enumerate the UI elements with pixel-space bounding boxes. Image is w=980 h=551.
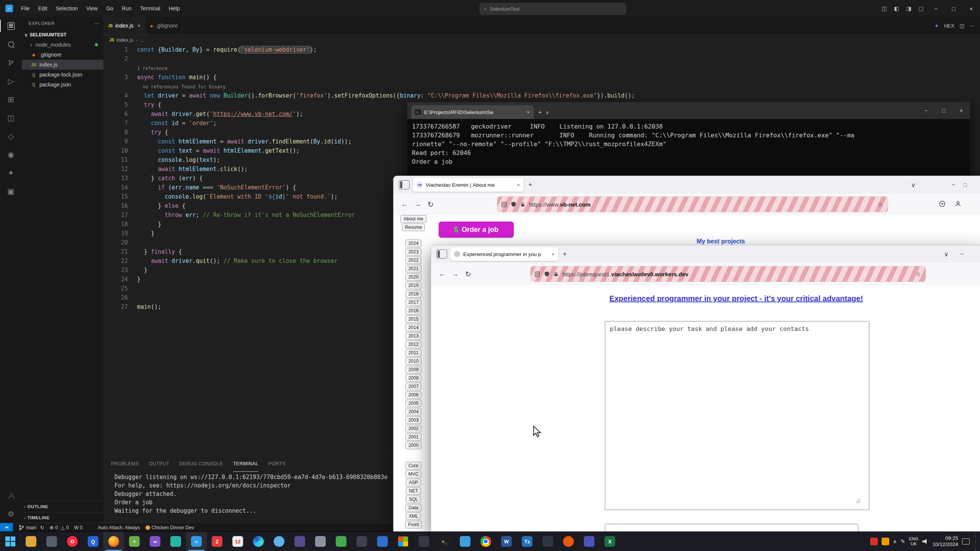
taskbar-visual-studio[interactable]: ∞	[145, 532, 165, 551]
menu-run[interactable]: Run	[118, 0, 136, 17]
terminal-new-tab-button[interactable]: +	[538, 109, 542, 116]
year-button-2018[interactable]: 2018	[405, 290, 422, 298]
vscode-minimize-button[interactable]: −	[927, 0, 945, 17]
topic-button-mvc[interactable]: MVC	[405, 470, 422, 478]
ff1-reload-button[interactable]: ↻	[424, 198, 437, 211]
tab-close-icon[interactable]: ×	[137, 23, 140, 29]
taskbar-app-icon-8[interactable]	[331, 532, 351, 551]
taskbar-office-app[interactable]	[393, 532, 413, 551]
year-button-2001[interactable]: 2001	[405, 433, 422, 441]
ff1-url-bar[interactable]: https://www.vb-net.com ☆	[497, 197, 888, 212]
shield-icon[interactable]	[511, 201, 516, 207]
ff2-tab-close-icon[interactable]: ×	[551, 251, 554, 257]
editor-tab-.gitignore[interactable]: ◆.gitignore	[145, 17, 183, 34]
topic-button-core[interactable]: Core	[405, 462, 421, 469]
tray-chevron-up-icon[interactable]: ∧	[893, 538, 897, 544]
year-button-2024[interactable]: 2024	[405, 240, 422, 247]
taskbar-windows-terminal[interactable]: >_	[434, 532, 455, 551]
nav-button-resume[interactable]: Resume	[402, 223, 425, 231]
year-button-2004[interactable]: 2004	[405, 408, 422, 416]
year-button-2023[interactable]: 2023	[405, 248, 422, 256]
activity-settings-icon[interactable]: ⚙	[0, 505, 22, 523]
year-button-2010[interactable]: 2010	[405, 357, 422, 365]
section-outline[interactable]: ›OUTLINE	[22, 501, 103, 512]
contact-input-partial[interactable]	[605, 524, 858, 532]
menu-terminal[interactable]: Terminal	[136, 0, 165, 17]
tray-icon-red[interactable]	[870, 538, 878, 545]
explorer-more-icon[interactable]: ⋯	[94, 20, 100, 26]
toggle-sidebar-icon[interactable]: ◧	[890, 5, 903, 11]
bookmark-star-icon[interactable]: ☆	[916, 271, 921, 278]
year-button-2011[interactable]: 2011	[405, 349, 421, 357]
topic-button-net[interactable]: NET	[406, 487, 421, 495]
activity-extensions-icon[interactable]: ⊞	[0, 90, 22, 109]
toggle-secondary-icon[interactable]: ◨	[903, 5, 915, 11]
section-timeline[interactable]: ›TIMELINE	[22, 512, 103, 523]
vscode-maximize-button[interactable]: □	[945, 0, 962, 17]
ff2-minimize-button[interactable]: −	[960, 251, 964, 258]
taskbar-calendar-app[interactable]: 12	[227, 532, 248, 551]
taskbar-vs-code[interactable]: ‹›	[186, 532, 207, 551]
menu-file[interactable]: File	[17, 0, 34, 17]
toggle-panel-icon[interactable]: ◫	[878, 5, 890, 11]
year-button-2016[interactable]: 2016	[405, 307, 422, 315]
editor-tab-index.js[interactable]: JSindex.js×	[103, 17, 145, 34]
panel-tab-problems[interactable]: PROBLEMS	[111, 456, 139, 471]
taskbar-app-icon-12[interactable]	[455, 532, 475, 551]
taskbar-app-icon-13[interactable]: Tz	[517, 532, 537, 551]
year-button-2020[interactable]: 2020	[405, 273, 422, 281]
copilot-icon[interactable]: ✦	[934, 23, 939, 29]
taskbar-app-icon-10[interactable]	[372, 532, 393, 551]
menu-go[interactable]: Go	[102, 0, 118, 17]
layout-icon[interactable]: ▢	[915, 5, 927, 11]
editor-more-icon[interactable]: ⋯	[970, 23, 975, 29]
my-best-projects-link[interactable]: My best projects	[639, 238, 803, 245]
year-button-2014[interactable]: 2014	[405, 324, 422, 331]
language-indicator[interactable]: ENG UK	[909, 536, 919, 546]
taskbar-app-icon-11[interactable]	[413, 532, 434, 551]
year-button-2006[interactable]: 2006	[405, 391, 422, 399]
terminal-titlebar[interactable]: >_ E:\Projects\RFID\Selenium\Se × + ∨ − …	[407, 102, 970, 119]
year-button-2015[interactable]: 2015	[405, 315, 422, 323]
activity-package-icon[interactable]: ▣	[0, 182, 22, 201]
taskbar-start-button[interactable]	[0, 532, 21, 551]
volume-icon[interactable]	[922, 539, 928, 544]
menu-edit[interactable]: Edit	[34, 0, 52, 17]
panel-tab-ports[interactable]: PORTS	[268, 456, 286, 471]
ff1-minimize-button[interactable]: −	[952, 181, 955, 188]
topic-button-sql[interactable]: SQL	[406, 496, 421, 503]
explorer-file-package-lock.json[interactable]: {}package-lock.json	[22, 70, 103, 80]
activity-copilot-icon[interactable]: ✦	[0, 164, 22, 182]
ff2-new-tab-button[interactable]: +	[563, 250, 567, 258]
taskbar-app-icon-14[interactable]	[537, 532, 558, 551]
explorer-file-node_modules[interactable]: ›node_modules	[22, 40, 103, 50]
explorer-file-.gitignore[interactable]: ◆.gitignore	[22, 50, 103, 60]
remote-indicator[interactable]: ><	[0, 523, 13, 532]
ff1-maximize-button[interactable]: □	[964, 182, 967, 188]
profile-indicator[interactable]: Chicken Dinner Dev	[145, 525, 194, 530]
taskbar-app-icon-4[interactable]	[165, 532, 186, 551]
activity-account-icon[interactable]	[0, 486, 22, 505]
taskbar-edge-browser[interactable]	[248, 532, 269, 551]
terminal-minimize-button[interactable]: −	[917, 102, 935, 119]
ff1-back-button[interactable]: ←	[398, 198, 411, 211]
hex-editor-action[interactable]: HEX	[944, 23, 954, 29]
terminal-tab[interactable]: >_ E:\Projects\RFID\Selenium\Se ×	[411, 105, 534, 119]
explorer-file-index.js[interactable]: JSindex.js	[22, 60, 103, 70]
ff1-forward-button[interactable]: →	[411, 198, 424, 211]
topic-button-front[interactable]: Front	[405, 521, 422, 528]
year-button-2013[interactable]: 2013	[405, 332, 422, 340]
pocket-icon[interactable]	[939, 201, 946, 209]
terminal-output[interactable]: 1733767266587 geckodriver INFO Listening…	[407, 119, 970, 169]
taskbar-firefox-browser[interactable]	[103, 532, 124, 551]
panel-tab-debug-console[interactable]: DEBUG CONSOLE	[179, 456, 223, 471]
panel-tab-output[interactable]: OUTPUT	[149, 456, 170, 471]
ff2-reload-button[interactable]: ↻	[462, 267, 475, 280]
activity-search-icon[interactable]	[0, 35, 22, 54]
bookmark-star-icon[interactable]: ☆	[878, 201, 883, 208]
menu-view[interactable]: View	[82, 0, 102, 17]
order-a-job-button[interactable]: $ Order a job	[439, 222, 514, 238]
year-button-2012[interactable]: 2012	[405, 341, 422, 348]
terminal-close-button[interactable]: ×	[952, 102, 970, 119]
ff1-new-tab-button[interactable]: +	[528, 181, 532, 189]
